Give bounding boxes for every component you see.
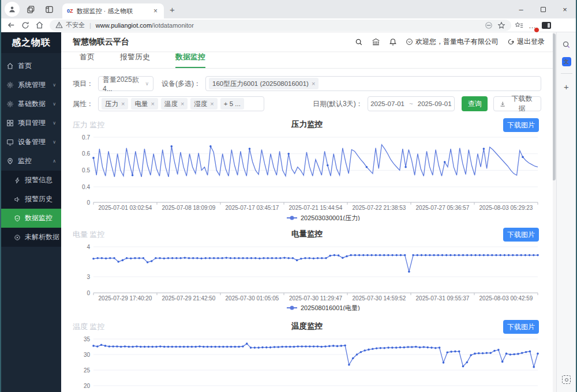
sidebar-toggle-icon[interactable] xyxy=(542,22,551,29)
back-arrow-icon xyxy=(7,21,16,29)
app-main: 智慧物联云平台 欢迎您，普量电子有限公司 退出登录 首页 报警历史 数据监控 项… xyxy=(61,32,553,392)
remove-tag-icon[interactable]: × xyxy=(151,100,154,107)
tab-data-monitor[interactable]: 数据监控 xyxy=(175,52,205,68)
attr-more-tag[interactable]: + 5 ... xyxy=(220,98,244,110)
browser-menu-button[interactable]: … xyxy=(529,20,537,31)
home-button[interactable] xyxy=(35,21,44,29)
sidebar-search-icon[interactable] xyxy=(562,40,571,49)
svg-text:2025-07-31 09:55:37: 2025-07-31 09:55:37 xyxy=(416,295,470,301)
attr-multiselect[interactable]: 压力× 电量× 温度× 湿度× + 5 ... xyxy=(98,96,264,111)
sidebar-item-devices[interactable]: 设备管理 ∨ xyxy=(1,133,61,152)
power-line-chart[interactable]: 4302025-07-29 17:40:202025-07-29 21:42:5… xyxy=(73,243,541,311)
download-data-button[interactable]: 下载数据 xyxy=(493,96,541,111)
tab-actions-button[interactable] xyxy=(42,2,57,17)
svg-text:35: 35 xyxy=(84,336,91,342)
new-tab-button[interactable]: + xyxy=(170,5,175,14)
favorites-list-icon[interactable] xyxy=(515,21,523,29)
sidebar-subitem-label: 数据监控 xyxy=(25,213,53,223)
sidebar-item-basedata[interactable]: 基础数据 ∨ xyxy=(1,95,61,114)
remove-tag-icon[interactable]: × xyxy=(210,100,213,107)
sidebar-item-home[interactable]: 首页 xyxy=(1,56,61,76)
pressure-line-chart[interactable]: 0.70.60.50.402025-07-01 03:02:542025-07-… xyxy=(73,133,541,221)
chevron-up-icon: ∧ xyxy=(53,159,56,164)
svg-text:202503030001(压力): 202503030001(压力) xyxy=(301,214,360,221)
remove-tag-icon[interactable]: × xyxy=(312,80,315,87)
address-bar[interactable]: 不安全 | www.puliangiot.com/iotdatamonitor xyxy=(50,20,511,31)
window-minimize-button[interactable]: – xyxy=(510,0,532,18)
sidebar-item-monitor[interactable]: 监控 ∧ xyxy=(1,152,61,171)
temperature-line-chart[interactable]: 35302520 xyxy=(73,335,541,391)
tab-close-button[interactable]: × xyxy=(152,7,159,15)
svg-text:2025-07-08 18:09:09: 2025-07-08 18:09:09 xyxy=(162,205,216,211)
date-start-value: 2025-07-01 xyxy=(370,100,404,107)
attr-label: 属性： xyxy=(73,99,93,109)
svg-text:0.5: 0.5 xyxy=(82,167,90,174)
gear-icon xyxy=(6,81,14,89)
tab-home[interactable]: 首页 xyxy=(80,52,95,68)
back-button[interactable] xyxy=(7,21,16,29)
reader-more-icon[interactable] xyxy=(485,21,493,29)
sidebar-subitem-unparsed-data[interactable]: 未解析数据 xyxy=(1,228,61,247)
window-controls: – × xyxy=(510,0,576,18)
app-header: 智慧物联云平台 欢迎您，普量电子有限公司 退出登录 xyxy=(61,32,553,52)
date-range-input[interactable]: 2025-07-01 ~ 2025-09-01 xyxy=(368,96,455,111)
svg-text:20: 20 xyxy=(84,383,91,389)
lightning-icon xyxy=(14,177,21,184)
browser-home-icon xyxy=(35,21,44,29)
chart-left-label: 压力 监控 xyxy=(73,120,105,130)
query-button[interactable]: 查询 xyxy=(462,96,488,111)
translate-extension-icon[interactable]: 文 xyxy=(562,57,571,66)
sidebar-subitem-data-monitor[interactable]: 数据监控 xyxy=(1,209,61,228)
toolbar-right-icons: … xyxy=(515,20,551,31)
sidebar-subitem-alarm-info[interactable]: 报警信息 xyxy=(1,171,61,190)
browser-profile-button[interactable] xyxy=(5,2,20,17)
sidebar-item-projects[interactable]: 项目管理 ∨ xyxy=(1,114,61,133)
refresh-button[interactable] xyxy=(21,21,29,29)
tab-title: 数据监控 · 感之物联 xyxy=(77,7,152,16)
power-chart-section: 电量 监控 电量监控 下载图片 4302025-07-29 17:40:2020… xyxy=(73,228,541,311)
attr-tag: 温度× xyxy=(161,98,188,110)
svg-text:2025-07-21 15:44:54: 2025-07-21 15:44:54 xyxy=(289,205,343,211)
window-close-button[interactable]: × xyxy=(554,0,576,18)
svg-text:0.6: 0.6 xyxy=(82,150,90,157)
download-image-button[interactable]: 下载图片 xyxy=(503,118,539,132)
device-multiselect[interactable]: 160型压力6001 (202508016001) × xyxy=(205,76,541,91)
logout-button[interactable]: 退出登录 xyxy=(507,37,545,47)
capture-tool-icon[interactable] xyxy=(562,375,571,384)
download-image-button[interactable]: 下载图片 xyxy=(503,320,539,334)
browser-tab-active[interactable]: 0Z 数据监控 · 感之物联 × xyxy=(62,3,164,18)
bell-icon[interactable] xyxy=(389,38,397,46)
chevron-down-icon: ∨ xyxy=(53,82,56,88)
sidebar-item-label: 项目管理 xyxy=(18,118,46,128)
svg-text:4: 4 xyxy=(87,244,90,250)
sidebar-item-label: 首页 xyxy=(18,61,32,71)
window-maximize-button[interactable] xyxy=(532,0,554,18)
tab-alarm-history[interactable]: 报警历史 xyxy=(120,52,150,68)
bank-icon[interactable] xyxy=(372,37,380,46)
remove-tag-icon[interactable]: × xyxy=(121,100,125,107)
device-tag: 160型压力6001 (202508016001) × xyxy=(209,78,319,89)
not-secure-warning-icon xyxy=(55,21,63,29)
sidebar-item-label: 设备管理 xyxy=(18,137,46,147)
svg-text:2025-07-27 05:36:57: 2025-07-27 05:36:57 xyxy=(416,205,470,211)
project-select[interactable]: 普量2025款4... ∨ xyxy=(98,76,153,91)
chevron-down-icon: ∨ xyxy=(53,140,56,145)
sidebar-add-button[interactable]: + xyxy=(564,82,569,92)
svg-text:0.4: 0.4 xyxy=(82,184,90,190)
favorite-star-icon[interactable] xyxy=(497,21,505,29)
workspaces-button[interactable] xyxy=(23,2,38,17)
date-end-value: 2025-09-01 xyxy=(418,100,452,107)
search-icon[interactable] xyxy=(355,38,363,46)
sidebar-subitem-alarm-history[interactable]: 报警历史 xyxy=(1,190,61,209)
sidebar-item-label: 系统管理 xyxy=(18,80,46,90)
browser-tab-strip: 0Z 数据监控 · 感之物联 × + – × xyxy=(1,0,576,18)
sidebar-item-system[interactable]: 系统管理 ∨ xyxy=(1,76,61,95)
grid-icon xyxy=(6,119,14,127)
svg-text:202508016001(电量): 202508016001(电量) xyxy=(301,304,360,311)
notification-badge xyxy=(534,27,539,33)
user-menu[interactable]: 欢迎您，普量电子有限公司 xyxy=(406,37,499,47)
svg-text:2025-07-29 17:40:20: 2025-07-29 17:40:20 xyxy=(99,295,152,301)
download-image-button[interactable]: 下载图片 xyxy=(503,228,539,242)
remove-tag-icon[interactable]: × xyxy=(181,100,184,107)
attr-tag: 湿度× xyxy=(190,98,217,110)
